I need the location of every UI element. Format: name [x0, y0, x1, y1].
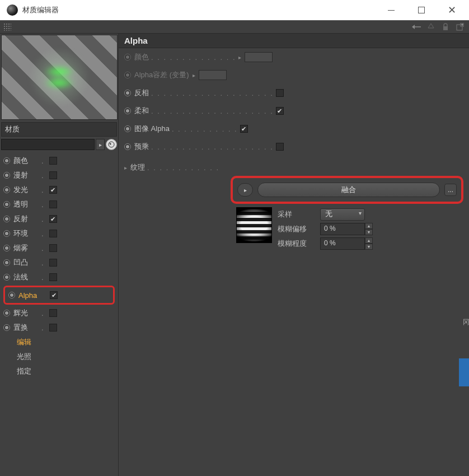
svg-rect-2 — [443, 26, 448, 30]
texture-menu-button[interactable]: ▸ — [237, 183, 253, 197]
checkbox[interactable] — [49, 324, 57, 332]
sub-assign[interactable]: 指定 — [1, 364, 117, 379]
checkbox[interactable] — [276, 89, 284, 97]
toolbar — [0, 20, 469, 34]
lock-icon[interactable] — [440, 21, 451, 32]
close-button[interactable]: ✕ — [437, 0, 467, 20]
nav-back-icon[interactable] — [411, 21, 422, 32]
channel-displacement[interactable]: 置换. — [1, 320, 117, 335]
channel-list: 颜色. 漫射. 发光. ✔ 透明. 反射. ✔ — [0, 151, 118, 381]
radio-icon — [3, 216, 10, 222]
checkbox[interactable] — [49, 273, 57, 281]
checkbox[interactable]: ✔ — [49, 186, 57, 194]
radio-icon — [3, 230, 10, 237]
channel-luminance[interactable]: 发光. ✔ — [1, 183, 117, 197]
edge-selection[interactable] — [459, 358, 469, 386]
radio-icon — [3, 310, 10, 316]
channel-color[interactable]: 颜色. — [1, 153, 117, 168]
value-box — [199, 70, 227, 80]
checkbox[interactable]: ✔ — [49, 215, 57, 223]
channel-alpha-highlight: Alpha ✔ — [3, 286, 115, 305]
blur-offset-input[interactable]: 0 % — [320, 223, 365, 235]
checkbox[interactable]: ✔ — [276, 107, 284, 115]
radio-icon — [3, 186, 10, 193]
texture-thumbnail[interactable] — [236, 207, 272, 243]
svg-marker-0 — [412, 25, 415, 29]
radio-icon — [3, 324, 10, 331]
texture-subblock: 采样 无 模糊偏移 0 % ▲▼ 模糊程度 0 % — [236, 207, 469, 251]
radio-icon — [124, 54, 131, 60]
checkbox[interactable] — [49, 259, 57, 267]
left-pane: 材质 ▸ 颜色. 漫射. 发光. ✔ — [0, 34, 119, 476]
window-title: 材质编辑器 — [22, 5, 59, 15]
prop-texture-row: ▸ 纹理 . . . . . . . . . . . . — [119, 156, 469, 172]
channel-environment[interactable]: 环境. — [1, 226, 117, 241]
search-dropdown-button[interactable]: ▸ — [96, 139, 105, 150]
prop-blur-offset[interactable]: 模糊偏移 0 % ▲▼ — [278, 222, 373, 236]
sub-illumination[interactable]: 光照 — [1, 349, 117, 364]
sub-edit[interactable]: 编辑 — [1, 335, 117, 349]
channel-normal[interactable]: 法线. — [1, 270, 117, 284]
checkbox[interactable] — [49, 171, 57, 179]
texture-label: 纹理 — [130, 162, 145, 172]
radio-icon — [3, 201, 10, 208]
spinner[interactable]: ▲▼ — [365, 223, 373, 235]
checkbox[interactable] — [276, 143, 284, 151]
texture-browse-button[interactable]: ... — [444, 184, 457, 196]
checkbox[interactable] — [49, 200, 57, 208]
svg-marker-1 — [428, 24, 434, 28]
prop-soft[interactable]: 柔和 . . . . . . . . . . . . . . . . . . .… — [119, 102, 469, 120]
radio-icon — [3, 157, 10, 164]
picker-button[interactable] — [106, 139, 117, 150]
channel-bump[interactable]: 凹凸. — [1, 255, 117, 270]
channel-reflection[interactable]: 反射. ✔ — [1, 212, 117, 226]
main: 材质 ▸ 颜色. 漫射. 发光. ✔ — [0, 34, 469, 476]
prop-invert[interactable]: 反相 . . . . . . . . . . . . . . . . . . .… — [119, 84, 469, 102]
channel-fog[interactable]: 烟雾. — [1, 241, 117, 255]
radio-icon — [124, 90, 131, 96]
channel-diffuse[interactable]: 漫射. — [1, 168, 117, 183]
search-input[interactable] — [1, 139, 95, 150]
texture-highlight: ▸ 融合 ... — [231, 176, 463, 204]
right-pane: Alpha 颜色 . . . . . . . . . . . . . . ▸ A… — [119, 34, 469, 476]
radio-icon — [124, 108, 131, 114]
new-tab-icon[interactable] — [454, 21, 466, 32]
texture-value-label: 融合 — [341, 185, 356, 195]
checkbox[interactable]: ✔ — [50, 291, 58, 299]
radio-icon — [3, 274, 10, 281]
radio-icon — [3, 172, 10, 179]
grip-icon — [3, 23, 11, 31]
radio-icon — [124, 72, 131, 78]
svg-marker-8 — [109, 142, 111, 145]
checkbox[interactable] — [49, 157, 57, 165]
prop-blur-strength[interactable]: 模糊程度 0 % ▲▼ — [278, 236, 373, 251]
prop-alpha-tolerance: Alpha容差 (变量) ▸ — [119, 66, 469, 84]
radio-icon — [3, 245, 10, 251]
checkbox[interactable] — [49, 244, 57, 252]
prop-color: 颜色 . . . . . . . . . . . . . . ▸ — [119, 48, 469, 66]
material-name-field[interactable]: 材质 — [1, 122, 117, 137]
spinner[interactable]: ▲▼ — [365, 237, 373, 250]
prop-sampling[interactable]: 采样 无 — [278, 207, 373, 222]
checkbox[interactable] — [49, 230, 57, 237]
app-icon — [7, 4, 18, 16]
channel-glow[interactable]: 辉光. — [1, 306, 117, 320]
checkbox[interactable] — [49, 309, 57, 317]
maximize-button[interactable] — [406, 0, 437, 20]
sampling-dropdown[interactable]: 无 — [320, 208, 365, 221]
minimize-button[interactable] — [376, 0, 406, 20]
material-preview[interactable] — [1, 35, 118, 120]
channel-alpha[interactable]: Alpha ✔ — [6, 287, 112, 303]
blur-strength-input[interactable]: 0 % — [320, 237, 365, 250]
edge-tab[interactable]: 冈 — [463, 314, 469, 330]
channel-transparency[interactable]: 透明. — [1, 197, 117, 212]
prop-image-alpha[interactable]: 图像 Alpha . . . . . . . . . . . ✔ — [119, 120, 469, 138]
checkbox[interactable]: ✔ — [240, 125, 248, 133]
titlebar: 材质编辑器 ✕ — [0, 0, 469, 20]
radio-icon — [124, 125, 131, 132]
texture-value-button[interactable]: 融合 — [257, 183, 440, 197]
prop-premultiply[interactable]: 预乘 . . . . . . . . . . . . . . . . . . .… — [119, 138, 469, 156]
nav-up-icon[interactable] — [425, 21, 437, 32]
expand-icon[interactable]: ▸ — [124, 165, 127, 171]
radio-icon — [8, 292, 15, 298]
